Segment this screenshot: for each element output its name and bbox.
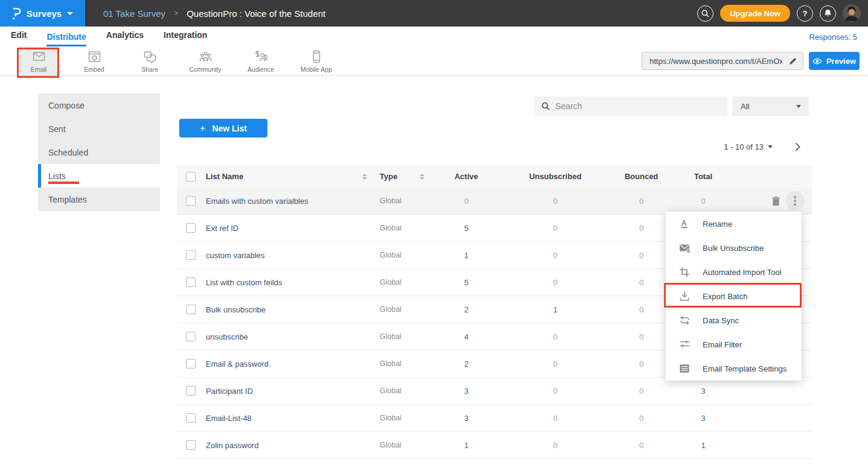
breadcrumb-survey-name[interactable]: 01 Take Survey: [103, 8, 165, 19]
sort-icon[interactable]: [362, 174, 367, 180]
channel-audience[interactable]: Audience: [242, 46, 279, 75]
tab-analytics[interactable]: Analytics: [106, 30, 144, 46]
list-name-link[interactable]: Email & password.: [206, 359, 271, 369]
list-search-input[interactable]: [555, 101, 727, 111]
table-row[interactable]: Zolin password Global 1 0 0 1: [177, 432, 812, 459]
product-label: Surveys: [27, 8, 62, 19]
preview-button[interactable]: Preview: [809, 52, 860, 70]
eye-icon: [812, 58, 822, 65]
embed-icon: [87, 49, 102, 64]
menu-item-rename[interactable]: A Rename: [666, 212, 802, 236]
row-checkbox[interactable]: [186, 413, 196, 423]
sort-icon[interactable]: [420, 174, 424, 180]
list-actions-context-menu: A Rename Bulk Unsubscribe Automated Impo…: [666, 212, 802, 381]
tab-integration[interactable]: Integration: [164, 30, 207, 46]
select-all-checkbox[interactable]: [186, 172, 196, 182]
row-checkbox[interactable]: [186, 196, 196, 206]
list-name-link[interactable]: Zolin password: [206, 441, 258, 450]
row-checkbox[interactable]: [186, 277, 196, 287]
pagination-range-dropdown[interactable]: 1 - 10 of 13: [724, 142, 773, 151]
search-icon: [541, 102, 550, 110]
chevron-down-icon: [768, 145, 773, 148]
tab-distribute[interactable]: Distribute: [46, 32, 86, 46]
page-title: QuestionPro : Voice of the Student: [187, 8, 325, 19]
rename-icon: A: [678, 218, 691, 229]
menu-item-export-batch[interactable]: Export Batch: [666, 284, 802, 308]
delete-list-button[interactable]: [771, 196, 780, 206]
table-row[interactable]: Participant ID Global 3 0 0 3: [177, 378, 812, 405]
next-page-button[interactable]: [794, 142, 801, 152]
row-checkbox[interactable]: [186, 359, 196, 369]
chevron-down-icon: [67, 12, 73, 15]
plus-icon: +: [200, 123, 205, 134]
channel-mobile-app[interactable]: Mobile App: [298, 46, 335, 75]
channel-community[interactable]: Community: [187, 46, 224, 75]
email-filter-icon: [678, 339, 691, 350]
survey-url-input[interactable]: [642, 57, 782, 66]
email-sidebar: Compose Sent Scheduled Lists Templates: [38, 93, 160, 211]
list-name-link[interactable]: List with custom feilds: [206, 278, 282, 287]
export-batch-icon: [678, 291, 691, 302]
channel-share[interactable]: Share: [131, 46, 168, 75]
new-list-button[interactable]: + New List: [179, 119, 267, 138]
col-active: Active: [432, 172, 501, 181]
row-checkbox[interactable]: [186, 332, 196, 341]
channel-email[interactable]: Email: [20, 46, 57, 75]
col-bounced: Bounced: [610, 172, 673, 181]
menu-item-bulk-unsubscribe[interactable]: Bulk Unsubscribe: [666, 236, 802, 260]
sidebar-item-sent[interactable]: Sent: [38, 117, 160, 141]
sidebar-item-lists[interactable]: Lists: [38, 164, 160, 188]
share-icon: [142, 49, 158, 64]
row-checkbox[interactable]: [186, 386, 196, 396]
responses-count: Responses: 5: [809, 33, 858, 42]
list-name-link[interactable]: Email-List-48: [206, 414, 252, 423]
row-checkbox[interactable]: [186, 305, 196, 314]
table-header: List Name Type Active Unsubscribed Bounc…: [177, 165, 812, 188]
kebab-menu-icon: [794, 196, 796, 198]
list-name-link[interactable]: custom variables: [206, 251, 265, 260]
lists-highlight-annotation: [48, 182, 79, 184]
search-button[interactable]: [697, 5, 713, 22]
menu-item-email-template-settings[interactable]: Email Template Settings: [666, 356, 802, 381]
table-row[interactable]: Email-List-48 Global 3 0 0 3: [177, 405, 812, 432]
col-unsubscribed: Unsubscribed: [501, 172, 610, 181]
audience-icon: [254, 49, 269, 64]
edit-url-button[interactable]: [782, 52, 803, 69]
list-name-link[interactable]: Bulk unsubscribe: [206, 305, 266, 314]
menu-item-email-filter[interactable]: Email Filter: [666, 332, 802, 356]
tab-edit[interactable]: Edit: [11, 30, 27, 46]
sidebar-item-templates[interactable]: Templates: [38, 188, 160, 211]
list-name-link[interactable]: Participant ID: [206, 387, 253, 396]
list-filter-dropdown[interactable]: All: [732, 96, 809, 116]
col-type[interactable]: Type: [380, 172, 397, 181]
sidebar-item-compose[interactable]: Compose: [38, 93, 160, 117]
menu-item-data-sync[interactable]: Data Sync: [666, 308, 802, 332]
user-avatar[interactable]: [843, 4, 861, 22]
pencil-icon: [789, 57, 797, 65]
row-more-actions-button[interactable]: [785, 191, 805, 210]
pagination: 1 - 10 of 13: [724, 142, 801, 152]
email-icon: [31, 49, 46, 64]
menu-item-automated-import-tool[interactable]: Automated Import Tool: [666, 260, 802, 284]
help-button[interactable]: ?: [797, 5, 813, 22]
row-checkbox[interactable]: [186, 440, 196, 450]
list-name-link[interactable]: Ext ref ID: [206, 224, 238, 233]
search-icon: [701, 10, 709, 17]
channel-embed[interactable]: Embed: [75, 46, 113, 75]
email-template-settings-icon: [678, 363, 691, 374]
col-total: Total: [673, 172, 733, 181]
list-name-link[interactable]: Emails with custom varialbles: [206, 197, 308, 206]
sidebar-item-scheduled[interactable]: Scheduled: [38, 141, 160, 164]
row-checkbox[interactable]: [186, 250, 196, 260]
upgrade-now-button[interactable]: Upgrade Now: [720, 5, 790, 22]
surveys-menu[interactable]: Surveys: [0, 0, 85, 27]
questionpro-logo-icon: [12, 7, 21, 20]
chevron-down-icon: [796, 105, 801, 108]
col-list-name[interactable]: List Name: [206, 172, 243, 181]
list-name-link[interactable]: unsubscribe: [206, 332, 248, 341]
bulk-unsubscribe-icon: [678, 242, 691, 253]
notifications-button[interactable]: [820, 5, 836, 22]
table-row[interactable]: Emails with custom varialbles Global 0 0…: [177, 188, 812, 215]
row-checkbox[interactable]: [186, 223, 196, 233]
top-bar: Surveys 01 Take Survey > QuestionPro : V…: [0, 0, 868, 27]
